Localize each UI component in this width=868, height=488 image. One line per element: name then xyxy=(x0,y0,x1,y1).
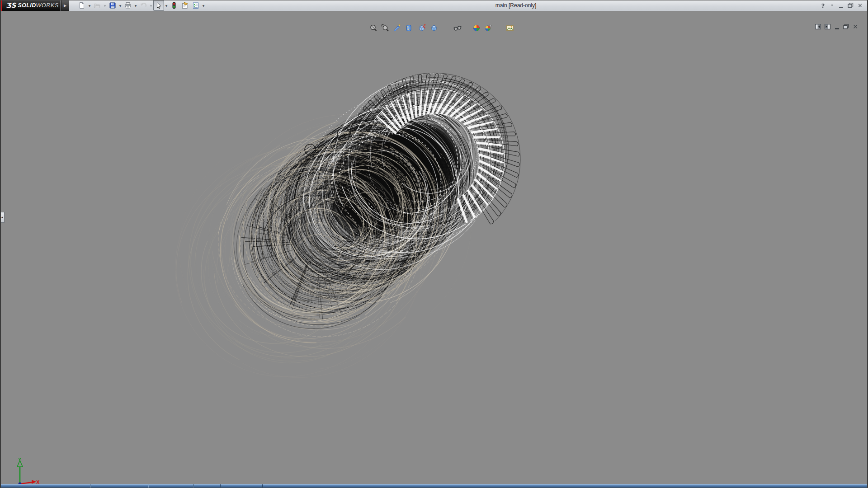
taskbar-divider xyxy=(220,484,221,488)
open-icon xyxy=(94,2,101,9)
open-document-button xyxy=(92,0,103,11)
view-orientation-button[interactable] xyxy=(403,23,414,33)
checklist-icon xyxy=(192,2,199,9)
print-dropdown[interactable]: ▼ xyxy=(133,0,138,10)
view-settings-icon xyxy=(506,24,514,32)
solidworks-logo-glyph: ƷS xyxy=(6,2,16,9)
help-dropdown[interactable]: ▾ xyxy=(830,1,835,9)
view-settings-button[interactable] xyxy=(505,23,515,33)
chevron-down-icon: ▼ xyxy=(119,4,122,7)
stoplight-button[interactable] xyxy=(169,0,179,11)
close-icon: ✕ xyxy=(853,23,858,30)
print-icon xyxy=(124,2,132,9)
taskbar-edge xyxy=(0,484,868,488)
apply-scene-icon xyxy=(484,24,492,32)
child-minimize-button[interactable] xyxy=(834,23,840,30)
restore-button[interactable] xyxy=(848,1,854,9)
solidworks-logo: ƷS SOLIDWORKS xyxy=(0,0,61,11)
select-dropdown[interactable]: ▼ xyxy=(164,0,169,10)
open-document-dropdown: ▼ xyxy=(103,0,107,10)
zoom-to-fit-button[interactable] xyxy=(368,23,379,33)
view-orientation-icon xyxy=(405,24,413,32)
document-window-controls: ✕ xyxy=(815,23,858,30)
print-button[interactable] xyxy=(123,0,133,11)
section-view-icon xyxy=(393,24,401,32)
expand-arrow-icon: ▶ xyxy=(64,4,66,8)
section-view-button[interactable] xyxy=(392,23,402,33)
window-controls: ?▾✕ xyxy=(821,0,863,11)
help-button[interactable]: ? xyxy=(821,1,826,9)
taskbar-divider xyxy=(262,484,263,488)
chevron-down-icon: ▼ xyxy=(104,4,106,7)
collapse-arrow-icon: ◂ xyxy=(1,216,3,219)
chevron-down-icon: ▼ xyxy=(135,4,137,7)
zoom-to-fit-icon xyxy=(369,24,377,32)
new-document-button[interactable] xyxy=(76,0,87,11)
solidworks-logo-text-bold: SOLID xyxy=(18,2,36,9)
chevron-down-icon: ▼ xyxy=(89,4,91,7)
minimize-icon xyxy=(835,24,839,29)
pane-left-button[interactable] xyxy=(815,23,821,30)
apply-scene-button[interactable] xyxy=(483,23,494,33)
edit-display-style-icon xyxy=(418,24,426,32)
solidworks-logo-text-light: WORKS xyxy=(36,2,59,9)
note-button[interactable] xyxy=(179,0,190,11)
minimize-icon xyxy=(839,3,844,8)
pane-left-icon xyxy=(815,23,821,31)
close-icon: ✕ xyxy=(858,2,863,9)
taskbar-divider xyxy=(148,484,148,488)
child-close-button[interactable]: ✕ xyxy=(853,23,858,30)
undo-icon xyxy=(140,2,147,9)
edit-display-style-button[interactable] xyxy=(417,23,428,33)
main-toolbar: ▼▼▼▼▼▼▼ xyxy=(76,0,206,11)
edit-appearance-icon xyxy=(472,24,481,32)
restore-icon xyxy=(843,23,849,31)
select-icon xyxy=(155,2,162,9)
save-dropdown[interactable]: ▼ xyxy=(118,0,123,10)
checklist-button[interactable] xyxy=(190,0,201,11)
save-button[interactable] xyxy=(107,0,118,11)
close-button[interactable]: ✕ xyxy=(858,1,863,9)
heads-up-view-toolbar xyxy=(367,23,515,33)
chevron-down-icon: ▼ xyxy=(150,4,152,7)
minimize-button[interactable] xyxy=(839,1,844,9)
zoom-to-area-button[interactable] xyxy=(380,23,391,33)
engine-wireframe-model[interactable] xyxy=(0,11,868,488)
restore-icon xyxy=(848,1,854,10)
stoplight-icon xyxy=(170,2,178,9)
new-document-dropdown[interactable]: ▼ xyxy=(87,0,92,10)
pane-right-icon xyxy=(825,23,830,31)
note-icon xyxy=(181,2,189,9)
title-bar: ƷS SOLIDWORKS ▶ ▼▼▼▼▼▼▼ main [Read-only]… xyxy=(0,0,868,11)
checklist-dropdown[interactable]: ▼ xyxy=(201,0,206,10)
question-icon: ? xyxy=(821,2,825,9)
edit-appearance-button[interactable] xyxy=(471,23,482,33)
triad-y-axis: Y xyxy=(17,457,23,484)
zoom-to-area-icon xyxy=(381,24,389,32)
taskbar-divider xyxy=(193,484,193,488)
graphics-area[interactable]: ✕ ◂ Y X Z *Dimetric xyxy=(0,11,868,488)
window-title: main [Read-only] xyxy=(457,0,575,11)
display-style-button[interactable] xyxy=(429,23,439,33)
new-icon xyxy=(78,2,85,9)
chevron-down-icon: ▼ xyxy=(165,4,168,7)
chevron-down-icon: ▾ xyxy=(831,4,833,7)
chevron-down-icon: ▼ xyxy=(203,4,205,7)
pane-right-button[interactable] xyxy=(825,23,830,30)
undo-button xyxy=(138,0,149,11)
save-icon xyxy=(109,2,116,9)
reference-triad: Y X Z xyxy=(5,457,40,488)
featuremanager-flyout-tab[interactable]: ◂ xyxy=(0,212,5,223)
child-restore-button[interactable] xyxy=(843,23,849,30)
undo-dropdown: ▼ xyxy=(149,0,153,10)
select-button[interactable] xyxy=(153,0,164,11)
hide-show-items-icon xyxy=(453,24,462,32)
menu-expand-button[interactable]: ▶ xyxy=(61,0,69,11)
hide-show-items-button[interactable] xyxy=(452,23,463,33)
taskbar-divider xyxy=(90,484,90,488)
triad-y-label: Y xyxy=(18,457,22,462)
display-style-icon xyxy=(430,24,438,32)
